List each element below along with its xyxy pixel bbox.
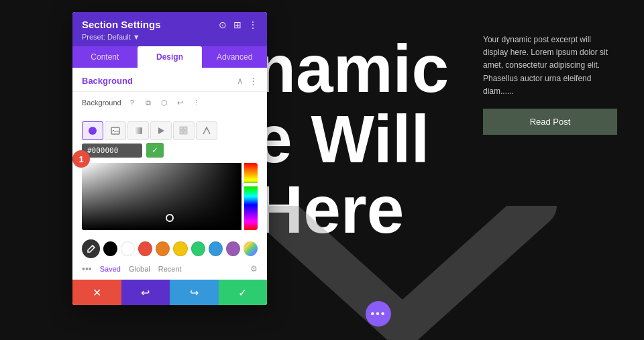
section-more-icon[interactable]: ⋮ <box>249 76 258 86</box>
color-gradient-picker[interactable] <box>82 163 258 230</box>
bg-copy-icon[interactable]: ⧉ <box>143 97 154 108</box>
panel-header: Section Settings ⊙ ⊞ ⋮ Preset: Default ▼ <box>72 12 267 46</box>
swatch-white[interactable] <box>121 241 135 256</box>
bg-type-color[interactable] <box>82 121 103 140</box>
svg-rect-6 <box>180 131 183 134</box>
section-settings-panel: Section Settings ⊙ ⊞ ⋮ Preset: Default ▼… <box>72 12 267 305</box>
tab-content[interactable]: Content <box>72 46 138 68</box>
color-more-icon[interactable]: ••• <box>82 264 92 274</box>
panel-header-icons: ⊙ ⊞ ⋮ <box>219 19 258 30</box>
hex-input[interactable] <box>82 144 142 158</box>
cancel-button[interactable]: ✕ <box>72 280 121 305</box>
color-tabs-row: ••• Saved Global Recent ⚙ <box>72 261 267 280</box>
redo-button[interactable]: ↪ <box>170 280 219 305</box>
swatch-purple[interactable] <box>226 241 240 256</box>
bg-undo-icon[interactable]: ↩ <box>175 97 186 108</box>
floating-dots-button[interactable]: ••• <box>366 301 391 327</box>
panel-header-top: Section Settings ⊙ ⊞ ⋮ <box>82 19 258 30</box>
background-section-header: Background ∧ ⋮ <box>72 68 267 92</box>
panel-body: Background ∧ ⋮ Background ? ⧉ ⬡ ↩ ⋮ <box>72 68 267 305</box>
collapse-icon[interactable]: ∧ <box>237 76 244 86</box>
panel-tabs: Content Design Advanced <box>72 46 267 68</box>
panel-preset[interactable]: Preset: Default ▼ <box>82 33 258 41</box>
bg-sync-icon[interactable]: ⬡ <box>159 97 170 108</box>
more-icon[interactable]: ⋮ <box>248 19 258 30</box>
dots-icon: ••• <box>371 308 386 320</box>
post-excerpt: Your dynamic post excerpt will display h… <box>483 34 617 98</box>
swatch-orange[interactable] <box>156 241 170 256</box>
bg-type-gradient[interactable] <box>127 121 149 140</box>
step-badge: 1 <box>72 150 90 168</box>
svg-rect-5 <box>184 127 187 130</box>
bg-type-image[interactable] <box>105 121 126 140</box>
confirm-button[interactable]: ✓ <box>219 280 268 305</box>
chevron-decoration <box>235 192 644 340</box>
hue-slider[interactable] <box>244 163 258 230</box>
fullscreen-icon[interactable]: ⊙ <box>219 19 227 30</box>
tab-advanced[interactable]: Advanced <box>202 46 267 68</box>
bg-label: Background <box>82 99 121 107</box>
svg-rect-4 <box>180 127 183 130</box>
swatch-rainbow[interactable] <box>244 241 258 256</box>
bg-type-video[interactable] <box>150 121 172 140</box>
layout-icon[interactable]: ⊞ <box>233 19 241 30</box>
swatch-yellow[interactable] <box>173 241 187 256</box>
svg-rect-7 <box>184 131 187 134</box>
tab-global[interactable]: Global <box>129 265 150 273</box>
undo-button[interactable]: ↩ <box>121 280 170 305</box>
hue-handle[interactable] <box>243 183 258 186</box>
gradient-handle[interactable] <box>166 214 174 222</box>
swatch-blue[interactable] <box>209 241 223 256</box>
section-header-icons: ∧ ⋮ <box>237 76 258 86</box>
panel-title: Section Settings <box>82 19 161 30</box>
read-post-button[interactable]: Read Post <box>483 109 617 135</box>
hero-line2: e Will <box>255 104 449 174</box>
color-input-row: ✓ <box>82 143 258 158</box>
panel-actions: ✕ ↩ ↪ ✓ <box>72 280 267 305</box>
tab-design[interactable]: Design <box>138 46 203 68</box>
bg-help-icon[interactable]: ? <box>127 97 138 108</box>
swatch-green[interactable] <box>191 241 205 256</box>
post-card: Your dynamic post excerpt will display h… <box>483 34 617 135</box>
bg-type-mask[interactable] <box>196 121 217 140</box>
bg-options-icon[interactable]: ⋮ <box>191 97 202 108</box>
bg-controls: Background ? ⧉ ⬡ ↩ ⋮ <box>72 92 267 119</box>
tab-saved[interactable]: Saved <box>100 265 121 273</box>
svg-rect-2 <box>134 127 142 134</box>
svg-marker-3 <box>158 127 164 134</box>
color-swatches-row <box>72 237 267 261</box>
svg-point-8 <box>93 246 94 247</box>
confirm-color-button[interactable]: ✓ <box>146 143 164 158</box>
svg-point-0 <box>89 127 97 135</box>
swatch-black[interactable] <box>103 241 117 256</box>
hero-line1: namic <box>255 34 449 104</box>
background-section-title: Background <box>82 76 133 86</box>
tab-recent[interactable]: Recent <box>158 265 182 273</box>
color-picker-area: ✓ <box>72 143 267 237</box>
bg-type-pattern[interactable] <box>173 121 195 140</box>
bg-label-row: Background ? ⧉ ⬡ ↩ ⋮ <box>82 97 258 108</box>
bg-type-row <box>72 119 267 143</box>
color-settings-icon[interactable]: ⚙ <box>250 264 258 274</box>
swatch-red[interactable] <box>138 241 152 256</box>
eyedropper-button[interactable] <box>82 239 100 258</box>
